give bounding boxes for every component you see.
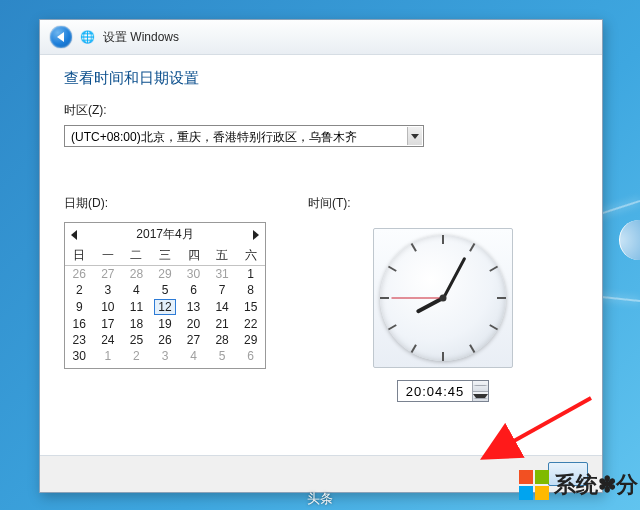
calendar-day[interactable]: 25 [122,332,151,348]
bottom-caption: 头条 [307,490,333,508]
calendar: 2017年4月 日一二三四五六 262728293031123456789101… [64,222,266,369]
calendar-day[interactable]: 30 [65,348,94,364]
clock-hour-hand [416,296,444,314]
calendar-weekday: 一 [94,246,123,266]
caret-down-icon [473,394,488,399]
calendar-day[interactable]: 4 [179,348,208,364]
calendar-day[interactable]: 5 [151,282,180,298]
calendar-day[interactable]: 6 [236,348,265,364]
calendar-day[interactable]: 31 [208,266,237,283]
calendar-day[interactable]: 26 [151,332,180,348]
time-spin-down[interactable] [473,392,488,402]
calendar-month-title[interactable]: 2017年4月 [136,226,193,243]
calendar-day[interactable]: 2 [122,348,151,364]
time-input[interactable] [398,381,472,401]
calendar-day[interactable]: 18 [122,316,151,332]
calendar-weekday: 四 [179,246,208,266]
date-label: 日期(D): [64,195,272,212]
arrow-left-icon [57,32,64,42]
calendar-grid: 日一二三四五六 26272829303112345678910111213141… [65,246,265,364]
chevron-down-icon [407,127,422,145]
calendar-day[interactable]: 11 [122,298,151,316]
calendar-weekday: 日 [65,246,94,266]
calendar-day[interactable]: 26 [65,266,94,283]
time-spin-up[interactable] [473,381,488,392]
calendar-day[interactable]: 27 [94,266,123,283]
page-heading: 查看时间和日期设置 [64,69,578,88]
calendar-day[interactable]: 8 [236,282,265,298]
timezone-label: 时区(Z): [64,102,578,119]
calendar-day[interactable]: 29 [236,332,265,348]
calendar-day[interactable]: 28 [208,332,237,348]
clock-second-hand [391,298,443,299]
calendar-day[interactable]: 27 [179,332,208,348]
caret-up-icon [473,385,488,386]
dialog-footer [40,455,602,492]
analog-clock [373,228,513,368]
dialog-title: 设置 Windows [103,29,179,46]
time-label: 时间(T): [308,195,351,212]
calendar-weekday: 五 [208,246,237,266]
calendar-day[interactable]: 21 [208,316,237,332]
calendar-day[interactable]: 2 [65,282,94,298]
calendar-day[interactable]: 22 [236,316,265,332]
timezone-select[interactable]: (UTC+08:00)北京，重庆，香港特别行政区，乌鲁木齐 [64,125,424,147]
timezone-value: (UTC+08:00)北京，重庆，香港特别行政区，乌鲁木齐 [71,130,357,144]
dialog-body: 查看时间和日期设置 时区(Z): (UTC+08:00)北京，重庆，香港特别行政… [40,55,602,455]
calendar-day[interactable]: 15 [236,298,265,316]
calendar-day[interactable]: 4 [122,282,151,298]
calendar-day[interactable]: 5 [208,348,237,364]
calendar-day[interactable]: 24 [94,332,123,348]
next-button[interactable] [548,462,588,486]
calendar-day[interactable]: 6 [179,282,208,298]
calendar-weekday: 六 [236,246,265,266]
calendar-day[interactable]: 29 [151,266,180,283]
clock-minute-hand [442,257,466,299]
calendar-day[interactable]: 3 [94,282,123,298]
calendar-day[interactable]: 30 [179,266,208,283]
calendar-day[interactable]: 1 [236,266,265,283]
calendar-next-button[interactable] [253,230,259,240]
calendar-day[interactable]: 17 [94,316,123,332]
calendar-day[interactable]: 23 [65,332,94,348]
calendar-day[interactable]: 28 [122,266,151,283]
time-spinner[interactable] [397,380,489,402]
globe-icon: 🌐 [80,30,95,44]
calendar-day[interactable]: 3 [151,348,180,364]
back-button[interactable] [50,26,72,48]
dialog-header: 🌐 设置 Windows [40,20,602,55]
background-disc [619,220,640,260]
calendar-day[interactable]: 9 [65,298,94,316]
calendar-weekday: 三 [151,246,180,266]
calendar-day[interactable]: 20 [179,316,208,332]
calendar-weekday: 二 [122,246,151,266]
calendar-day[interactable]: 1 [94,348,123,364]
calendar-day[interactable]: 19 [151,316,180,332]
calendar-prev-button[interactable] [71,230,77,240]
calendar-day[interactable]: 10 [94,298,123,316]
calendar-day[interactable]: 16 [65,316,94,332]
calendar-day[interactable]: 7 [208,282,237,298]
setup-dialog: 🌐 设置 Windows 查看时间和日期设置 时区(Z): (UTC+08:00… [39,19,603,493]
calendar-day[interactable]: 14 [208,298,237,316]
calendar-day[interactable]: 13 [179,298,208,316]
calendar-day[interactable]: 12 [151,298,180,316]
